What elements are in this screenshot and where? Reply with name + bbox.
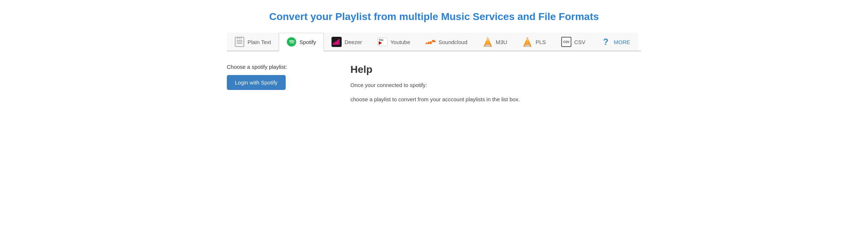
youtube-icon: You	[377, 37, 387, 47]
choose-playlist-label: Choose a spotify playlist:	[227, 64, 329, 70]
tab-csv[interactable]: CSV CSV	[554, 33, 593, 51]
left-panel: Choose a spotify playlist: Login with Sp…	[227, 64, 329, 109]
help-paragraph-2: choose a playlist to convert from your a…	[350, 95, 641, 104]
content-area: Choose a spotify playlist: Login with Sp…	[227, 60, 641, 113]
plaintext-icon	[234, 37, 245, 47]
tab-soundcloud[interactable]: Soundcloud	[418, 33, 475, 51]
page-title: Convert your Playlist from multiple Musi…	[227, 7, 641, 23]
tab-spotify[interactable]: Spotify	[279, 33, 324, 51]
svg-rect-3	[335, 41, 337, 45]
page-wrapper: Convert your Playlist from multiple Musi…	[216, 0, 652, 120]
login-spotify-button[interactable]: Login with Spotify	[227, 75, 286, 90]
deezer-icon	[331, 37, 342, 47]
tab-csv-label: CSV	[574, 39, 586, 45]
tab-more-label: MORE	[614, 39, 630, 45]
tab-youtube-label: Youtube	[390, 39, 410, 45]
svg-point-13	[526, 39, 529, 41]
tabs-container: Plain Text Spotify	[227, 33, 641, 51]
svg-rect-2	[334, 42, 335, 45]
tab-deezer-label: Deezer	[345, 39, 362, 45]
svg-rect-4	[337, 40, 338, 45]
tab-plaintext-label: Plain Text	[248, 39, 271, 45]
svg-point-9	[487, 39, 489, 41]
tab-pls[interactable]: PLS	[515, 33, 553, 51]
svg-rect-12	[525, 45, 530, 47]
m3u-vlc-icon	[483, 37, 493, 47]
tab-pls-label: PLS	[535, 39, 546, 45]
more-icon: ?	[601, 37, 611, 47]
svg-rect-5	[338, 39, 339, 45]
svg-rect-1	[333, 43, 334, 45]
pls-vlc-icon	[522, 37, 533, 47]
svg-rect-8	[485, 45, 490, 47]
tab-more[interactable]: ? MORE	[593, 33, 638, 51]
tab-m3u[interactable]: M3U	[475, 33, 515, 51]
soundcloud-icon	[426, 37, 436, 47]
tab-plaintext[interactable]: Plain Text	[227, 33, 279, 51]
tab-m3u-label: M3U	[496, 39, 507, 45]
help-panel: Help Once your connected to spotify: cho…	[343, 64, 641, 109]
help-paragraph-1: Once your connected to spotify:	[350, 81, 641, 90]
tab-deezer[interactable]: Deezer	[324, 33, 370, 51]
csv-icon: CSV	[561, 37, 571, 47]
tab-spotify-label: Spotify	[300, 39, 316, 45]
tab-youtube[interactable]: You Youtube	[370, 33, 418, 51]
spotify-icon	[286, 37, 297, 47]
help-title: Help	[350, 64, 641, 75]
tab-soundcloud-label: Soundcloud	[439, 39, 467, 45]
